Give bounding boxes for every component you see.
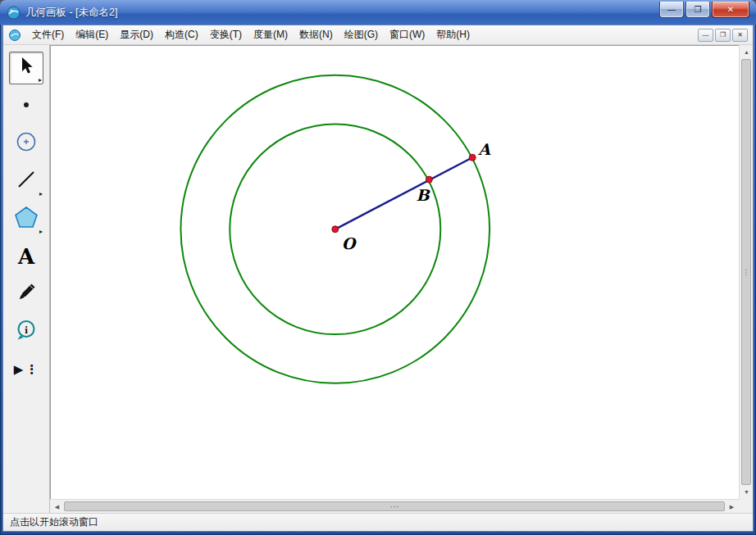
custom-tool[interactable]: ▶ ⋮ [9, 353, 43, 386]
mdi-controls: — ❐ ✕ [698, 29, 748, 42]
mdi-close-icon: ✕ [737, 31, 743, 39]
info-icon: i [15, 319, 38, 345]
menu-data[interactable]: 数据(N) [294, 25, 339, 44]
window-controls: — ❐ ✕ [659, 2, 749, 18]
text-tool[interactable]: A [9, 240, 43, 273]
flyout-arrow-icon: ▸ [39, 77, 42, 84]
scrollbar-corner [739, 499, 753, 513]
menu-transform[interactable]: 变换(T) [204, 25, 248, 44]
arrow-cursor-icon [18, 57, 34, 79]
menu-file[interactable]: 文件(F) [26, 25, 70, 44]
statusbar: 点击以开始滚动窗口 [3, 513, 753, 531]
app-icon[interactable] [7, 6, 20, 20]
point-tool[interactable] [9, 89, 43, 122]
maximize-button[interactable]: ❐ [685, 2, 710, 18]
flyout-arrow-icon: ▸ [39, 229, 43, 235]
sketch-area[interactable]: OBA [50, 45, 739, 499]
menu-measure[interactable]: 度量(M) [248, 25, 294, 44]
window-content: 文件(F) 编辑(E) 显示(D) 构造(C) 变换(T) 度量(M) 数据(N… [2, 25, 754, 532]
scroll-right-button[interactable]: ▶ [725, 500, 739, 513]
sketch-canvas[interactable]: OBA [51, 46, 739, 499]
vertical-scrollbar[interactable]: ▲ ⋮ ▼ [739, 45, 753, 499]
tool-palette: ▸ [3, 45, 50, 513]
marker-tool[interactable] [9, 278, 43, 311]
main-area: ▸ [3, 45, 753, 513]
window-title: 几何画板 - [未命名2] [25, 6, 118, 20]
menu-construct[interactable]: 构造(C) [159, 25, 204, 44]
mdi-restore-icon: ❐ [720, 31, 726, 39]
status-text: 点击以开始滚动窗口 [10, 515, 98, 529]
menu-display[interactable]: 显示(D) [114, 25, 159, 44]
information-tool[interactable]: i [9, 315, 43, 348]
scroll-up-icon: ▲ [744, 49, 749, 55]
svg-text:i: i [25, 324, 28, 336]
circle-icon [15, 130, 38, 156]
menu-edit[interactable]: 编辑(E) [70, 25, 114, 44]
mdi-minimize-icon: — [703, 31, 709, 39]
segment-OA [335, 157, 472, 229]
custom-tool-dots-icon: ⋮ [25, 362, 39, 377]
document-icon[interactable] [8, 29, 21, 42]
scroll-right-icon: ▶ [730, 504, 734, 510]
scroll-up-button[interactable]: ▲ [740, 45, 753, 59]
scroll-left-button[interactable]: ◀ [50, 500, 64, 513]
point-B[interactable] [426, 176, 432, 183]
point-icon [21, 98, 31, 113]
vertical-scroll-thumb[interactable]: ⋮ [741, 59, 751, 485]
point-O[interactable] [332, 226, 339, 233]
custom-tool-play-icon: ▶ [14, 362, 24, 377]
pentagon-icon [15, 206, 38, 231]
selection-arrow-tool[interactable]: ▸ [9, 52, 43, 84]
menubar: 文件(F) 编辑(E) 显示(D) 构造(C) 变换(T) 度量(M) 数据(N… [3, 25, 753, 45]
menu-help[interactable]: 帮助(H) [430, 25, 476, 44]
maximize-icon: ❐ [695, 6, 702, 14]
horizontal-scrollbar[interactable]: ◀ ⋯ ▶ [50, 499, 739, 513]
label-O[interactable]: O [342, 234, 358, 252]
canvas-zone: OBA ▲ ⋮ ▼ ◀ ⋯ ▶ [50, 45, 753, 513]
menu-graph[interactable]: 绘图(G) [339, 25, 384, 44]
mdi-restore-button[interactable]: ❐ [715, 29, 731, 42]
marker-pen-icon [16, 282, 37, 306]
close-icon: ✕ [727, 6, 734, 14]
close-button[interactable]: ✕ [712, 2, 749, 18]
straightedge-tool[interactable]: ▸ [9, 165, 43, 197]
titlebar[interactable]: 几何画板 - [未命名2] — ❐ ✕ [0, 0, 756, 25]
point-A[interactable] [469, 154, 476, 161]
minimize-icon: — [667, 6, 676, 14]
scroll-down-button[interactable]: ▼ [740, 485, 753, 499]
scroll-left-icon: ◀ [55, 504, 59, 510]
label-B[interactable]: B [416, 186, 430, 204]
horizontal-scroll-thumb[interactable]: ⋯ [64, 501, 725, 511]
v-grip-icon: ⋮ [743, 268, 750, 276]
app-window: 几何画板 - [未命名2] — ❐ ✕ 文件(F) 编辑(E) 显示(D) 构造… [0, 0, 756, 535]
scroll-down-icon: ▼ [744, 489, 749, 495]
text-tool-icon: A [18, 244, 34, 269]
menu-window[interactable]: 窗口(W) [384, 25, 430, 44]
mdi-minimize-button[interactable]: — [698, 29, 713, 42]
flyout-arrow-icon: ▸ [39, 191, 43, 197]
window-bottom-border [0, 532, 756, 535]
segment-icon [16, 170, 36, 193]
titlebar-left: 几何画板 - [未命名2] [7, 6, 118, 20]
mdi-close-button[interactable]: ✕ [732, 29, 748, 42]
compass-circle-tool[interactable] [9, 127, 43, 160]
polygon-tool[interactable]: ▸ [9, 202, 43, 235]
label-A[interactable]: A [477, 140, 491, 158]
minimize-button[interactable]: — [659, 2, 684, 18]
